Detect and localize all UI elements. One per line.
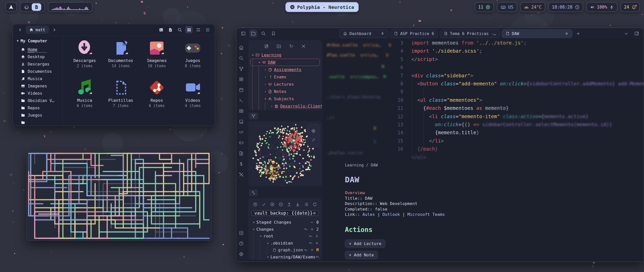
code-icon[interactable]: [239, 130, 244, 135]
compact-view-button[interactable]: [204, 26, 211, 33]
weather-widget[interactable]: 24°C: [520, 2, 545, 12]
git-row-root[interactable]: ▾root: [251, 233, 319, 240]
toggle-left-sidebar-icon[interactable]: [239, 29, 247, 38]
search-icon[interactable]: [239, 56, 244, 61]
clock-widget[interactable]: 18:08:28: [548, 2, 583, 12]
media-widget[interactable]: Polyphia - Neurotica: [285, 2, 359, 12]
sidebar-item-imagenes[interactable]: Imagenes: [17, 82, 62, 90]
stage-all-icon[interactable]: [270, 202, 275, 207]
new-file-button[interactable]: [167, 26, 174, 33]
tab-tema-6-practicas[interactable]: Tema 6 Prácticas -…: [440, 29, 500, 38]
search-view-icon[interactable]: [259, 29, 267, 38]
link-outlook[interactable]: Outlook: [382, 212, 400, 217]
wand-icon[interactable]: [311, 138, 316, 142]
sidebar-item-cropped[interactable]: [17, 119, 62, 126]
tree-item-desarrollo-cliente[interactable]: ›Desarrollo-Cliente: [250, 103, 320, 110]
discard-icon[interactable]: [310, 220, 314, 224]
launcher-button[interactable]: [5, 2, 17, 12]
tab-asp-practice-6[interactable]: ASP Practice 6: [390, 29, 438, 38]
git-row-graph-json[interactable]: graph.jsonM: [251, 247, 319, 254]
plus-icon[interactable]: [315, 234, 319, 238]
toggle-right-sidebar-icon[interactable]: [633, 29, 641, 38]
push-icon[interactable]: [287, 202, 292, 207]
graph-icon[interactable]: [239, 66, 244, 71]
git-row-exams[interactable]: ▾Learning/DAW/Exams: [251, 254, 319, 260]
sidebar-item-home[interactable]: Home: [17, 46, 62, 53]
notifications-widget[interactable]: 24: [620, 2, 640, 12]
unstage-all-icon[interactable]: [278, 202, 283, 207]
git-row-obsidian[interactable]: ▾.obsidian: [251, 240, 319, 247]
list-icon[interactable]: [304, 202, 309, 207]
grid-view-button[interactable]: [185, 26, 193, 33]
sidebar-item-descargas[interactable]: Descargas: [17, 60, 62, 68]
tree-item-exams[interactable]: ›!Exams: [250, 73, 320, 81]
sidebar-item-obsidian-vault[interactable]: Obsidian V…: [17, 97, 62, 104]
new-folder-icon[interactable]: [276, 44, 281, 49]
tab-dashboard[interactable]: Dashboard: [339, 29, 388, 38]
pull-icon[interactable]: [295, 202, 300, 207]
bookmarks-view-icon[interactable]: [269, 29, 277, 38]
search-button[interactable]: [176, 26, 183, 33]
firefox-icon[interactable]: [24, 4, 29, 10]
undo-icon[interactable]: [315, 255, 319, 259]
obsidian-editor[interactable]: #rOne.svelte src\co… U#Two.svelte src\co…: [323, 39, 644, 262]
new-note-icon[interactable]: [264, 44, 269, 49]
vault-icon[interactable]: [239, 230, 244, 235]
tree-item-lectures[interactable]: ›Lectures: [250, 81, 320, 88]
collapse-all-icon[interactable]: [301, 44, 306, 49]
files-view-icon[interactable]: [249, 29, 257, 38]
breadcrumb[interactable]: matt: [26, 26, 49, 34]
tab-daw[interactable]: DAW: [502, 29, 572, 38]
tools-icon[interactable]: [239, 172, 244, 177]
close-icon[interactable]: [565, 32, 569, 36]
dollar-icon[interactable]: [239, 161, 244, 166]
commit-icon[interactable]: [253, 202, 258, 207]
check-icon[interactable]: [261, 202, 266, 207]
grid-item-repos[interactable]: Repos6 items: [139, 78, 175, 118]
gamepad-icon[interactable]: [239, 140, 244, 145]
layout-icon[interactable]: [239, 77, 244, 82]
plus-icon[interactable]: [315, 241, 319, 245]
sidebar-item-documentos[interactable]: Documentos: [17, 68, 62, 75]
grid-item-imagenes[interactable]: Imagenes10 items: [139, 38, 175, 78]
keyboard-layout-widget[interactable]: US: [497, 2, 517, 12]
add-lecture-button[interactable]: + Add Lecture: [345, 240, 385, 248]
terminal-icon[interactable]: [239, 98, 244, 103]
undo-icon[interactable]: [309, 234, 313, 238]
home-icon[interactable]: [239, 45, 244, 50]
grid-item-descargas[interactable]: Descargas2 items: [67, 38, 103, 78]
settings-gear-icon[interactable]: [239, 252, 244, 257]
sidebar-item-desktop[interactable]: Desktop: [17, 53, 62, 60]
tree-item-daw[interactable]: ▾DAW: [250, 59, 320, 66]
list-view-button[interactable]: [194, 26, 202, 33]
table-icon[interactable]: [239, 109, 244, 114]
sidebar-item-musica[interactable]: Musica: [17, 75, 62, 82]
settings-gear-icon[interactable]: [311, 129, 316, 133]
note-breadcrumb[interactable]: Learning / DAW: [345, 163, 622, 167]
graph-view-panel[interactable]: [248, 121, 322, 186]
plus-icon[interactable]: [310, 227, 314, 231]
grid-item-juegos[interactable]: Juegos8 items: [175, 38, 211, 78]
sort-icon[interactable]: [289, 44, 294, 49]
git-panel-tab-icon[interactable]: [249, 189, 258, 196]
commit-message-input[interactable]: vault backup: {{date}} ⊗: [251, 210, 319, 216]
sidebar-section-title[interactable]: ▼ My Computer: [17, 39, 62, 43]
tree-item-notes[interactable]: ›Notes: [250, 88, 320, 95]
undo-icon[interactable]: [304, 248, 308, 252]
grid-item-musica[interactable]: Musica6 items: [67, 78, 103, 118]
grid-item-plantillas[interactable]: Plantillas7 items: [103, 78, 139, 118]
link-aules[interactable]: Aules: [363, 212, 375, 217]
book-icon[interactable]: [239, 119, 244, 124]
forward-button[interactable]: [51, 26, 58, 33]
tree-item-subjects[interactable]: ▾Subjects: [250, 95, 320, 103]
tree-item-learning[interactable]: ▾Learning: [250, 51, 320, 59]
plus-icon[interactable]: [310, 248, 314, 252]
tab-list-chevron-icon[interactable]: [622, 29, 630, 38]
sidebar-item-repos[interactable]: Repos: [17, 104, 62, 112]
open-terminal-button[interactable]: [157, 26, 165, 33]
new-tab-button[interactable]: [574, 29, 582, 38]
calendar-icon[interactable]: [239, 87, 244, 92]
active-app-button[interactable]: [32, 3, 41, 11]
file-search-icon[interactable]: [239, 151, 244, 156]
graph-panel-tab-icon[interactable]: [249, 113, 258, 119]
